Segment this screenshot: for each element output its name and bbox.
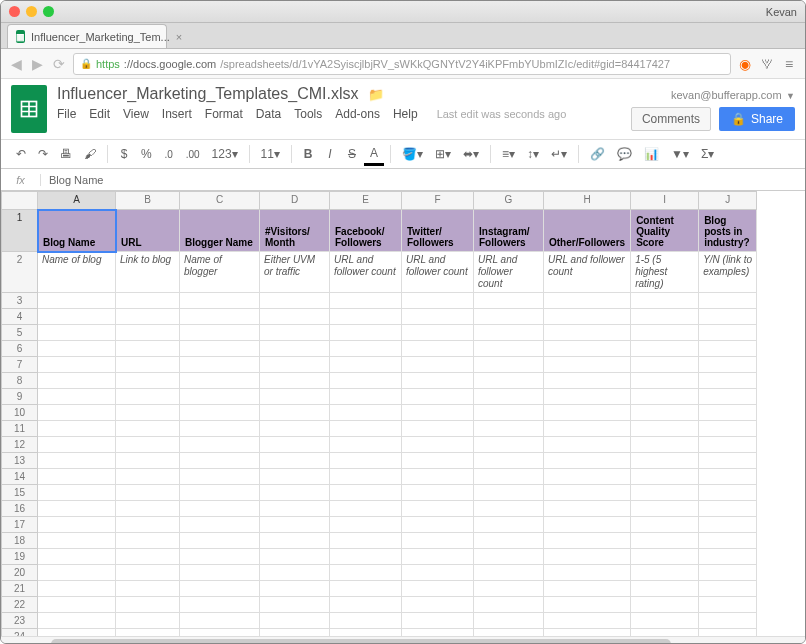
undo-icon[interactable]: ↶ <box>11 144 31 164</box>
cell[interactable] <box>38 309 116 325</box>
cell[interactable] <box>330 357 402 373</box>
menu-view[interactable]: View <box>123 107 149 121</box>
cell[interactable] <box>631 549 699 565</box>
cell[interactable] <box>631 373 699 389</box>
cell[interactable] <box>699 469 757 485</box>
select-all-corner[interactable] <box>2 192 38 210</box>
cell[interactable] <box>474 517 544 533</box>
cell[interactable] <box>116 469 180 485</box>
cell[interactable] <box>116 565 180 581</box>
row-header[interactable]: 4 <box>2 309 38 325</box>
cell[interactable] <box>330 469 402 485</box>
cell[interactable]: URL and follower count <box>544 252 631 293</box>
currency-icon[interactable]: $ <box>114 144 134 164</box>
cell[interactable]: Other/Followers <box>544 210 631 252</box>
row-header[interactable]: 3 <box>2 293 38 309</box>
cell[interactable] <box>699 341 757 357</box>
cell[interactable] <box>330 517 402 533</box>
cell[interactable] <box>699 533 757 549</box>
cell[interactable] <box>474 613 544 629</box>
menu-file[interactable]: File <box>57 107 76 121</box>
cell[interactable] <box>699 293 757 309</box>
cell[interactable] <box>402 389 474 405</box>
cell[interactable] <box>116 533 180 549</box>
column-header[interactable]: F <box>402 192 474 210</box>
cell[interactable] <box>631 517 699 533</box>
cell[interactable]: Content Quality Score <box>631 210 699 252</box>
cell[interactable] <box>474 437 544 453</box>
cell[interactable] <box>38 405 116 421</box>
cell[interactable] <box>116 549 180 565</box>
cell[interactable] <box>116 597 180 613</box>
cell[interactable] <box>699 501 757 517</box>
cell[interactable] <box>116 501 180 517</box>
cell[interactable] <box>116 389 180 405</box>
cell[interactable] <box>260 549 330 565</box>
cell[interactable] <box>180 533 260 549</box>
cell[interactable] <box>474 549 544 565</box>
cell[interactable] <box>544 453 631 469</box>
cell[interactable] <box>544 629 631 637</box>
cell[interactable] <box>260 581 330 597</box>
column-header[interactable]: E <box>330 192 402 210</box>
row-header[interactable]: 20 <box>2 565 38 581</box>
cell[interactable] <box>544 309 631 325</box>
account-caret-icon[interactable]: ▼ <box>786 91 795 101</box>
cell[interactable] <box>180 469 260 485</box>
cell[interactable] <box>38 517 116 533</box>
cell[interactable] <box>116 437 180 453</box>
cell[interactable] <box>544 421 631 437</box>
cell[interactable] <box>330 389 402 405</box>
cell[interactable] <box>544 325 631 341</box>
cell[interactable] <box>631 485 699 501</box>
cell[interactable] <box>631 581 699 597</box>
functions-icon[interactable]: Σ▾ <box>696 144 719 164</box>
cell[interactable] <box>116 373 180 389</box>
row-header[interactable]: 13 <box>2 453 38 469</box>
cell[interactable] <box>474 357 544 373</box>
cell[interactable] <box>180 437 260 453</box>
cell[interactable] <box>38 629 116 637</box>
cell[interactable] <box>402 357 474 373</box>
pocket-icon[interactable]: ⩔ <box>759 56 775 72</box>
cell[interactable] <box>330 373 402 389</box>
more-formats-icon[interactable]: 123▾ <box>207 144 243 164</box>
cell[interactable] <box>402 325 474 341</box>
cell[interactable] <box>631 341 699 357</box>
folder-icon[interactable]: 📁 <box>368 87 384 102</box>
cell[interactable] <box>330 501 402 517</box>
cell[interactable] <box>544 485 631 501</box>
cell[interactable] <box>260 501 330 517</box>
print-icon[interactable]: 🖶 <box>55 144 77 164</box>
cell[interactable] <box>260 373 330 389</box>
cell[interactable]: Blog Name <box>38 210 116 252</box>
cell[interactable] <box>544 501 631 517</box>
cell[interactable] <box>474 565 544 581</box>
column-header[interactable]: G <box>474 192 544 210</box>
cell[interactable] <box>180 325 260 341</box>
cell[interactable]: Name of blogger <box>180 252 260 293</box>
cell[interactable] <box>38 501 116 517</box>
cell[interactable] <box>330 613 402 629</box>
cell[interactable] <box>699 357 757 373</box>
cell[interactable] <box>116 517 180 533</box>
cell[interactable] <box>38 389 116 405</box>
cell[interactable] <box>38 613 116 629</box>
cell[interactable] <box>260 325 330 341</box>
cell[interactable] <box>631 533 699 549</box>
cell[interactable] <box>116 293 180 309</box>
cell[interactable] <box>180 357 260 373</box>
column-header[interactable]: H <box>544 192 631 210</box>
cell[interactable]: Name of blog <box>38 252 116 293</box>
link-icon[interactable]: 🔗 <box>585 144 610 164</box>
cell[interactable] <box>180 613 260 629</box>
cell[interactable] <box>544 597 631 613</box>
row-header[interactable]: 8 <box>2 373 38 389</box>
cell[interactable] <box>330 485 402 501</box>
back-icon[interactable]: ◀ <box>9 56 24 72</box>
cell[interactable] <box>330 421 402 437</box>
cell[interactable] <box>116 581 180 597</box>
cell[interactable] <box>544 357 631 373</box>
cell[interactable] <box>260 437 330 453</box>
cell[interactable] <box>116 309 180 325</box>
